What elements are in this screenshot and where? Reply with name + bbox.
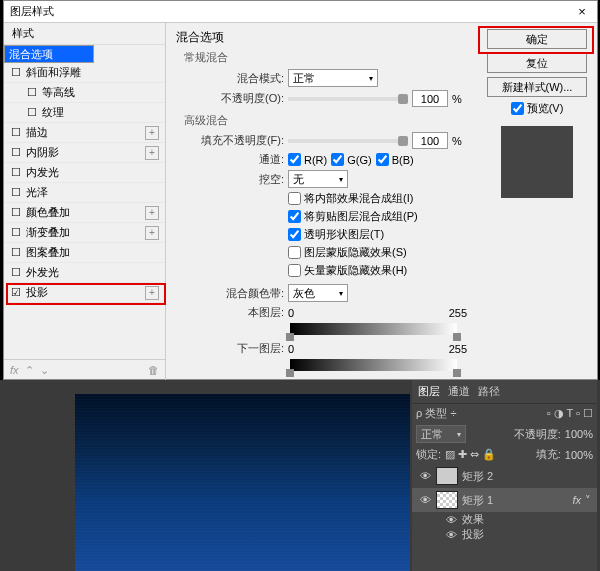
style-row-6[interactable]: ☐内发光 [4,163,165,183]
fill-label: 填充: [536,447,561,462]
advanced-blend-label: 高级混合 [184,113,467,128]
styles-header: 样式 [4,23,165,45]
clipped-layers-checkbox[interactable]: 将剪贴图层混合成组(P) [288,209,418,224]
blendif-label: 混合颜色带: [184,286,284,301]
effects-row[interactable]: 👁效果 [412,512,597,527]
layers-panel: 图层 通道 路径 ρ 类型 ÷ ▫ ◑ T ▫ ☐ 正常▾ 不透明度: 100%… [412,380,597,571]
style-label: 纹理 [42,105,64,120]
layer-name: 矩形 1 [462,493,493,508]
visibility-icon[interactable]: 👁 [418,470,432,482]
channel-r-checkbox[interactable]: R(R) [288,153,327,166]
layer-name: 矩形 2 [462,469,493,484]
add-icon[interactable]: + [145,146,159,160]
tab-channels[interactable]: 通道 [448,384,470,399]
tab-layers[interactable]: 图层 [418,384,440,399]
normal-blend-label: 常规混合 [184,50,467,65]
knockout-select[interactable]: 无▾ [288,170,348,188]
style-row-7[interactable]: ☐光泽 [4,183,165,203]
lock-icons[interactable]: ▨ ✚ ⇔ 🔒 [445,448,496,461]
vector-mask-hides-checkbox[interactable]: 矢量蒙版隐藏效果(H) [288,263,407,278]
opacity-slider[interactable] [288,97,408,101]
style-label: 颜色叠加 [26,205,70,220]
style-label: 投影 [26,285,48,300]
titlebar: 图层样式 × [4,1,597,23]
blend-mode-select[interactable]: 正常▾ [288,69,378,87]
style-row-2[interactable]: ☐等高线 [4,83,165,103]
trash-icon[interactable]: 🗑 [148,364,159,377]
add-icon[interactable]: + [145,206,159,220]
chevron-down-icon[interactable]: ⌄ [40,364,49,377]
style-row-0[interactable]: 混合选项 [4,45,94,63]
sidebar-footer: fx ⌃ ⌄ 🗑 [4,359,165,381]
layer-opacity-label: 不透明度: [514,427,561,442]
fill-opacity-label: 填充不透明度(F): [184,133,284,148]
this-layer-label: 本图层: [184,305,284,320]
style-row-5[interactable]: ☐内阴影+ [4,143,165,163]
canvas[interactable] [75,394,410,571]
style-row-11[interactable]: ☐外发光 [4,263,165,283]
this-layer-gradient[interactable] [290,323,457,335]
style-label: 内阴影 [26,145,59,160]
kind-filter[interactable]: ρ 类型 ÷ [416,406,456,421]
chevron-up-icon[interactable]: ⌃ [25,364,34,377]
fill-value[interactable]: 100 [412,132,448,149]
style-row-12[interactable]: ☑投影+ [4,283,165,303]
blendif-select[interactable]: 灰色▾ [288,284,348,302]
fx-badge[interactable]: fx [572,494,581,506]
style-row-4[interactable]: ☐描边+ [4,123,165,143]
panel-heading: 混合选项 [176,29,467,46]
layer-rect2[interactable]: 👁 矩形 2 [412,464,597,488]
channel-b-checkbox[interactable]: B(B) [376,153,414,166]
style-label: 混合选项 [9,47,53,62]
fill-value[interactable]: 100% [565,449,593,461]
filter-icons[interactable]: ▫ ◑ T ▫ ☐ [547,407,593,420]
layer-rect1[interactable]: 👁 矩形 1 fx ˅ [412,488,597,512]
style-row-3[interactable]: ☐纹理 [4,103,165,123]
chevron-icon[interactable]: ˅ [585,494,591,507]
add-icon[interactable]: + [145,126,159,140]
blend-options-panel: 混合选项 常规混合 混合模式: 正常▾ 不透明度(O): 100 % 高级混合 … [166,23,477,381]
cancel-button[interactable]: 复位 [487,53,587,73]
interior-effects-checkbox[interactable]: 将内部效果混合成组(I) [288,191,413,206]
layer-style-dialog: 图层样式 × 样式 混合选项☐斜面和浮雕☐等高线☐纹理☐描边+☐内阴影+☐内发光… [3,0,598,380]
layer-thumb[interactable] [436,467,458,485]
drop-shadow-row[interactable]: 👁投影 [412,527,597,542]
knockout-label: 挖空: [184,172,284,187]
style-label: 描边 [26,125,48,140]
add-icon[interactable]: + [145,226,159,240]
styles-sidebar: 样式 混合选项☐斜面和浮雕☐等高线☐纹理☐描边+☐内阴影+☐内发光☐光泽☐颜色叠… [4,23,166,381]
style-label: 光泽 [26,185,48,200]
style-label: 图案叠加 [26,245,70,260]
fill-slider[interactable] [288,139,408,143]
channel-g-checkbox[interactable]: G(G) [331,153,371,166]
opacity-value[interactable]: 100 [412,90,448,107]
ok-button[interactable]: 确定 [487,29,587,49]
fx-label: fx [10,364,19,377]
add-icon[interactable]: + [145,286,159,300]
preview-swatch [501,126,573,198]
new-style-button[interactable]: 新建样式(W)... [487,77,587,97]
underlying-label: 下一图层: [184,341,284,356]
style-row-10[interactable]: ☐图案叠加 [4,243,165,263]
lock-label: 锁定: [416,447,441,462]
dialog-buttons: 确定 复位 新建样式(W)... 预览(V) [477,23,597,381]
style-row-8[interactable]: ☐颜色叠加+ [4,203,165,223]
layer-blend-select[interactable]: 正常▾ [416,425,466,443]
underlying-gradient[interactable] [290,359,457,371]
opacity-label: 不透明度(O): [184,91,284,106]
tab-paths[interactable]: 路径 [478,384,500,399]
preview-checkbox[interactable]: 预览(V) [511,101,564,116]
layer-thumb[interactable] [436,491,458,509]
layer-mask-hides-checkbox[interactable]: 图层蒙版隐藏效果(S) [288,245,407,260]
visibility-icon[interactable]: 👁 [418,494,432,506]
style-row-9[interactable]: ☐渐变叠加+ [4,223,165,243]
close-icon[interactable]: × [573,4,591,19]
layer-opacity-value[interactable]: 100% [565,428,593,440]
style-row-1[interactable]: ☐斜面和浮雕 [4,63,165,83]
style-list: 混合选项☐斜面和浮雕☐等高线☐纹理☐描边+☐内阴影+☐内发光☐光泽☐颜色叠加+☐… [4,45,165,359]
blend-mode-label: 混合模式: [184,71,284,86]
style-label: 斜面和浮雕 [26,65,81,80]
style-label: 等高线 [42,85,75,100]
transparency-shapes-checkbox[interactable]: 透明形状图层(T) [288,227,384,242]
style-label: 渐变叠加 [26,225,70,240]
